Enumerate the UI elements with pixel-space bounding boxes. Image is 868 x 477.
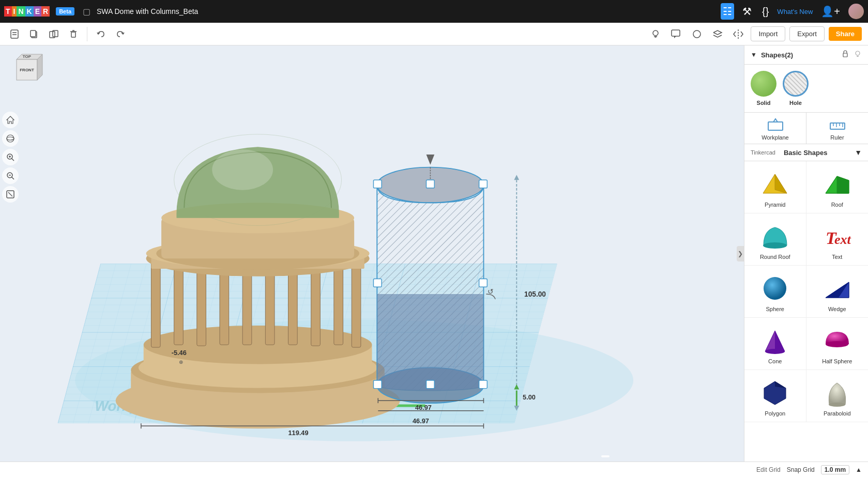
- svg-rect-67: [427, 180, 435, 188]
- new-button[interactable]: [6, 26, 23, 42]
- svg-point-89: [856, 51, 860, 55]
- hole-button[interactable]: Hole: [783, 71, 809, 106]
- user-plus-icon[interactable]: 👤+: [819, 3, 842, 20]
- svg-rect-68: [427, 380, 435, 389]
- logo-r: R: [41, 6, 50, 17]
- half-sphere-icon-area: [821, 325, 852, 356]
- roof-icon-area: [821, 168, 852, 199]
- scene-viewport[interactable]: Workplane: [0, 45, 744, 461]
- shape-paraboloid[interactable]: Paraboloid: [806, 370, 869, 422]
- solid-circle: [751, 71, 776, 97]
- share-button[interactable]: Share: [829, 27, 862, 41]
- viewport[interactable]: TOP FRONT: [0, 45, 744, 461]
- layers-icon[interactable]: [709, 26, 726, 42]
- svg-point-104: [763, 242, 787, 249]
- undo-button[interactable]: [93, 26, 109, 42]
- svg-marker-61: [514, 175, 519, 180]
- svg-rect-74: [479, 380, 488, 389]
- polygon-label: Polygon: [765, 410, 785, 417]
- cone-icon-area: [759, 325, 790, 356]
- shapes-header: ▼ Shapes(2): [744, 45, 868, 65]
- light-bulb-icon[interactable]: [647, 26, 664, 42]
- category-dropdown-icon[interactable]: ▼: [855, 148, 862, 157]
- import-button[interactable]: Import: [751, 26, 785, 41]
- shape-pyramid[interactable]: Pyramid: [744, 161, 806, 213]
- code-icon[interactable]: {}: [760, 4, 771, 20]
- solid-button[interactable]: Solid: [751, 71, 776, 106]
- edit-grid-link[interactable]: Edit Grid: [756, 466, 781, 473]
- ruler-button[interactable]: Ruler: [806, 113, 868, 144]
- shapes-collapse-icon[interactable]: ▼: [751, 51, 757, 58]
- wp-ruler-row: Workplane Ruler: [744, 113, 868, 144]
- svg-rect-73: [373, 380, 382, 389]
- shape-roof[interactable]: Roof: [806, 161, 869, 213]
- snap-grid-up-arrow[interactable]: ▲: [856, 466, 862, 473]
- delete-button[interactable]: [65, 26, 82, 42]
- shapes-lock-icon[interactable]: [841, 50, 849, 60]
- grid-view-icon[interactable]: ☷: [721, 3, 734, 20]
- svg-point-10: [653, 30, 658, 36]
- snap-info: [601, 455, 610, 457]
- svg-rect-69: [373, 279, 382, 287]
- avatar[interactable]: [848, 4, 864, 19]
- shape-round-roof[interactable]: Round Roof: [744, 213, 806, 266]
- svg-rect-0: [11, 30, 18, 38]
- toolbar: Import Export Share: [0, 23, 868, 45]
- circle-icon[interactable]: [689, 26, 705, 42]
- panel-collapse-button[interactable]: ❯: [737, 246, 744, 261]
- shape-library: Workplane Ruler: [744, 113, 868, 461]
- polygon-icon-area: [759, 377, 790, 408]
- topbar-right: ☷ ⚒ {} What's New 👤+: [721, 3, 864, 20]
- shapes-light-icon[interactable]: [854, 50, 862, 60]
- document-title[interactable]: SWA Dome with Columns_Beta: [97, 7, 198, 16]
- svg-rect-72: [479, 180, 488, 188]
- main-area: TOP FRONT: [0, 45, 868, 461]
- logo-k: K: [25, 6, 34, 17]
- wedge-icon-area: [821, 273, 852, 304]
- shapes-grid: Pyramid Roof: [744, 161, 868, 422]
- right-panel: ▼ Shapes(2) Solid Hole: [744, 45, 868, 461]
- redo-button[interactable]: [112, 26, 129, 42]
- dim-x-offset: -5.46: [172, 349, 187, 357]
- solid-label: Solid: [757, 100, 771, 106]
- paraboloid-icon-area: [821, 377, 852, 408]
- category-value: Basic Shapes: [784, 149, 852, 157]
- dim-width: 46.97: [415, 404, 432, 411]
- copy-button[interactable]: [26, 26, 42, 42]
- toolbar-separator-1: [87, 27, 87, 41]
- category-prefix: Tinkercad: [751, 149, 775, 156]
- svg-rect-42: [151, 258, 160, 347]
- shape-wedge[interactable]: Wedge: [806, 266, 869, 318]
- category-selector: Tinkercad Basic Shapes ▼: [744, 144, 868, 161]
- workplane-button[interactable]: Workplane: [744, 113, 806, 144]
- svg-rect-51: [352, 258, 361, 347]
- toolbar-right: Import Export Share: [647, 26, 862, 42]
- shape-polygon[interactable]: Polygon: [744, 370, 806, 422]
- ruler-label: Ruler: [830, 134, 844, 141]
- workplane-label: Workplane: [762, 134, 788, 141]
- duplicate-button[interactable]: [45, 26, 62, 42]
- export-button[interactable]: Export: [789, 26, 825, 41]
- svg-point-117: [829, 403, 845, 407]
- sphere-label: Sphere: [766, 306, 784, 312]
- shape-text[interactable]: T ext Text: [806, 213, 869, 266]
- mirror-icon[interactable]: [730, 26, 747, 42]
- svg-point-14: [693, 30, 701, 38]
- speech-bubble-icon[interactable]: [668, 26, 684, 42]
- svg-rect-88: [843, 53, 847, 57]
- shape-cone[interactable]: Cone: [744, 318, 806, 370]
- wedge-label: Wedge: [828, 306, 846, 312]
- hammer-icon[interactable]: ⚒: [740, 3, 754, 20]
- shape-sphere[interactable]: Sphere: [744, 266, 806, 318]
- document-icon: ▢: [83, 7, 90, 17]
- snap-grid-value[interactable]: 1.0 mm: [821, 465, 849, 474]
- svg-rect-13: [672, 30, 680, 36]
- shape-half-sphere[interactable]: Half Sphere: [806, 318, 869, 370]
- svg-point-113: [765, 349, 785, 354]
- svg-marker-100: [775, 174, 787, 193]
- svg-text:↺: ↺: [488, 288, 494, 296]
- logo-n: N: [17, 6, 25, 17]
- svg-rect-92: [768, 122, 783, 130]
- round-roof-icon-area: [759, 221, 790, 252]
- whats-new-button[interactable]: What's New: [777, 8, 813, 16]
